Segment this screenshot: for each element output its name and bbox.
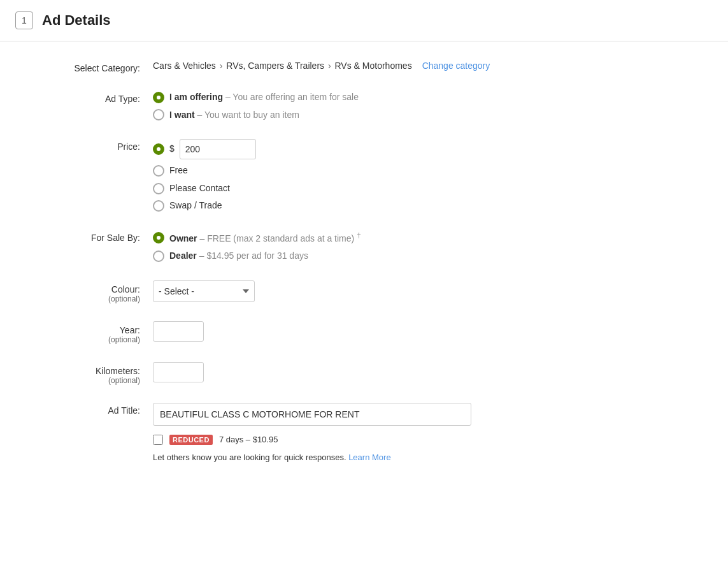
radio-want-circle[interactable] — [153, 109, 164, 120]
change-category-link[interactable]: Change category — [422, 61, 490, 71]
colour-content: - Select - Black White Silver Grey Blue … — [153, 280, 703, 302]
category-content: Cars & Vehicles › RVs, Campers & Trailer… — [153, 61, 703, 71]
year-content — [153, 321, 703, 342]
arrow-2: › — [328, 61, 334, 71]
price-fixed[interactable]: $ — [153, 139, 703, 159]
for-sale-by-content: Owner – FREE (max 2 standard ads at a ti… — [153, 230, 703, 263]
sale-by-dealer[interactable]: Dealer – $14.95 per ad for 31 days — [153, 250, 703, 263]
ad-type-offering[interactable]: I am offering – You are offering an item… — [153, 91, 703, 104]
for-sale-by-row: For Sale By: Owner – FREE (max 2 standar… — [25, 230, 703, 263]
price-free[interactable]: Free — [153, 164, 703, 177]
radio-fixed-circle[interactable] — [153, 143, 164, 155]
header-bar: 1 Ad Details — [0, 0, 728, 41]
category-level-1: Cars & Vehicles — [153, 61, 216, 71]
form-section: Select Category: Cars & Vehicles › RVs, … — [0, 41, 728, 505]
learn-more-link[interactable]: Learn More — [348, 453, 390, 462]
kilometers-row: Kilometers: (optional) — [25, 362, 703, 385]
year-label: Year: — [120, 321, 140, 335]
arrow-1: › — [220, 61, 225, 71]
radio-owner-circle[interactable] — [153, 232, 164, 243]
radio-offering-circle[interactable] — [153, 92, 164, 103]
category-level-3: RVs & Motorhomes — [335, 61, 412, 71]
year-optional: (optional) — [108, 335, 140, 344]
price-swap-label: Swap / Trade — [169, 199, 222, 212]
page-title: Ad Details — [42, 12, 111, 29]
category-label: Select Category: — [25, 61, 153, 73]
category-path-row: Cars & Vehicles › RVs, Campers & Trailer… — [153, 61, 703, 71]
price-free-label: Free — [169, 164, 188, 177]
sale-by-owner-label: Owner – FREE (max 2 standard ads at a ti… — [169, 230, 361, 245]
radio-contact-circle[interactable] — [153, 183, 164, 194]
kilometers-input[interactable] — [153, 362, 204, 382]
price-label: Price: — [25, 139, 153, 152]
reduced-row: REDUCED 7 days – $10.95 — [153, 435, 703, 445]
price-row: Price: $ Free Please Contact Swap / — [25, 139, 703, 212]
ad-title-input[interactable] — [153, 403, 471, 426]
price-content: $ Free Please Contact Swap / Trade — [153, 139, 703, 212]
radio-dealer-circle[interactable] — [153, 250, 164, 262]
ad-type-offering-label: I am offering – You are offering an item… — [169, 91, 359, 104]
kilometers-label-group: Kilometers: (optional) — [25, 362, 153, 385]
ad-type-label: Ad Type: — [25, 91, 153, 104]
colour-select[interactable]: - Select - Black White Silver Grey Blue … — [153, 280, 255, 302]
ad-type-row: Ad Type: I am offering – You are offerin… — [25, 91, 703, 121]
colour-label: Colour: — [111, 280, 140, 294]
radio-free-circle[interactable] — [153, 165, 164, 177]
price-please-contact[interactable]: Please Contact — [153, 182, 703, 195]
sale-by-dealer-label: Dealer – $14.95 per ad for 31 days — [169, 250, 308, 263]
year-row: Year: (optional) — [25, 321, 703, 344]
reduced-checkbox[interactable] — [153, 435, 163, 445]
page-wrapper: 1 Ad Details Select Category: Cars & Veh… — [0, 0, 728, 573]
year-label-group: Year: (optional) — [25, 321, 153, 344]
step-badge: 1 — [15, 11, 33, 29]
year-input[interactable] — [153, 321, 204, 342]
sale-by-owner[interactable]: Owner – FREE (max 2 standard ads at a ti… — [153, 230, 703, 245]
kilometers-optional: (optional) — [108, 376, 140, 385]
ad-type-content: I am offering – You are offering an item… — [153, 91, 703, 121]
reduced-price-text: 7 days – $10.95 — [219, 435, 278, 444]
ad-title-label: Ad Title: — [25, 403, 153, 416]
category-row: Select Category: Cars & Vehicles › RVs, … — [25, 61, 703, 73]
price-input[interactable] — [180, 139, 256, 159]
ad-type-want-label: I want – You want to buy an item — [169, 109, 299, 122]
reduced-badge: REDUCED — [169, 435, 213, 445]
radio-swap-circle[interactable] — [153, 200, 164, 212]
price-dollar-sign: $ — [169, 143, 175, 156]
colour-label-group: Colour: (optional) — [25, 280, 153, 303]
ad-title-row: Ad Title: REDUCED 7 days – $10.95 Let ot… — [25, 403, 703, 462]
ad-title-content: REDUCED 7 days – $10.95 Let others know … — [153, 403, 703, 462]
ad-type-want[interactable]: I want – You want to buy an item — [153, 109, 703, 122]
category-level-2: RVs, Campers & Trailers — [226, 61, 324, 71]
price-swap-trade[interactable]: Swap / Trade — [153, 199, 703, 212]
category-path: Cars & Vehicles › RVs, Campers & Trailer… — [153, 61, 412, 71]
colour-row: Colour: (optional) - Select - Black Whit… — [25, 280, 703, 303]
for-sale-by-label: For Sale By: — [25, 230, 153, 243]
kilometers-label: Kilometers: — [96, 362, 140, 376]
learn-more-row: Let others know you are looking for quic… — [153, 453, 703, 462]
price-contact-label: Please Contact — [169, 182, 230, 195]
learn-more-text: Let others know you are looking for quic… — [153, 453, 346, 462]
kilometers-content — [153, 362, 703, 382]
colour-optional: (optional) — [108, 294, 140, 303]
